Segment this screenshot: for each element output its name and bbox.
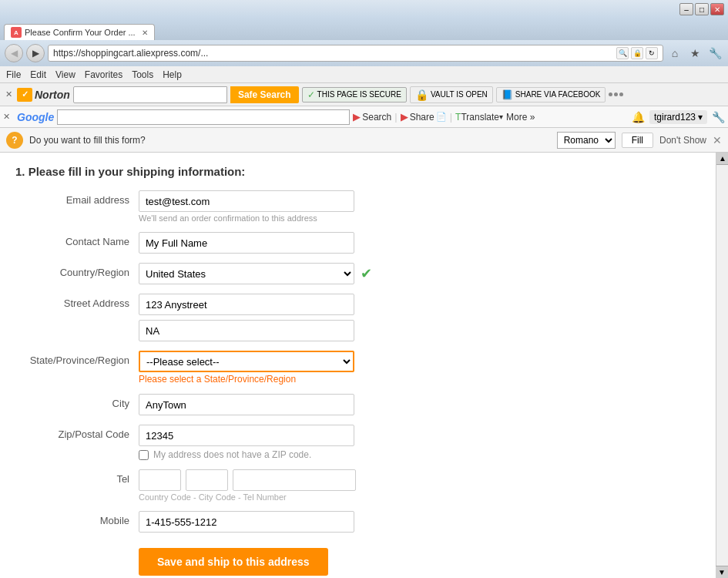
contact-name-label: Contact Name	[15, 232, 139, 247]
star-button[interactable]: ★	[686, 45, 703, 62]
norton-close-button[interactable]: ✕	[3, 89, 14, 99]
norton-share[interactable]: 📘 SHARE VIA FACEBOOK	[496, 87, 606, 102]
google-username: tgirard123	[654, 112, 696, 123]
scroll-up-button[interactable]: ▲	[716, 153, 728, 165]
notification-bell-icon[interactable]: 🔔	[632, 111, 645, 123]
save-label-spacer	[15, 542, 139, 546]
menu-favorites[interactable]: Favorites	[85, 69, 122, 80]
active-tab[interactable]: A Please Confirm Your Order ... ✕	[4, 24, 155, 40]
forward-button[interactable]: ▶	[26, 44, 45, 62]
menu-file[interactable]: File	[6, 69, 21, 80]
street-address-input[interactable]	[139, 294, 354, 315]
autofill-fill-button[interactable]: Fill	[622, 133, 653, 148]
scroll-bar[interactable]: ▲ ▼	[716, 153, 728, 578]
main-content: 1. Please fill in your shipping informat…	[0, 153, 728, 578]
home-button[interactable]: ⌂	[666, 45, 683, 62]
google-search-input[interactable]	[57, 109, 350, 125]
google-right-section: 🔔 tgirard123 ▾ 🔧	[632, 110, 725, 124]
google-share-button[interactable]: ▶ Share 📄	[401, 111, 447, 123]
email-label: Email address	[15, 190, 139, 206]
restore-button[interactable]: □	[695, 3, 709, 15]
tel-field-group: Country Code - City Code - Tel Number	[139, 469, 700, 502]
email-input[interactable]	[139, 190, 354, 212]
tel-inputs-row	[139, 469, 700, 491]
state-row: State/Province/Region --Please select-- …	[15, 351, 700, 385]
norton-safe-search-button[interactable]: Safe Search	[230, 86, 299, 103]
country-select[interactable]: United States Canada United Kingdom Aust…	[139, 263, 354, 284]
window-controls: – □ ✕	[679, 3, 724, 15]
norton-share-text: SHARE VIA FACEBOOK	[515, 90, 601, 99]
mobile-input[interactable]	[139, 511, 354, 533]
norton-vault-text: VAULT IS OPEN	[431, 90, 488, 99]
minimize-button[interactable]: –	[679, 3, 693, 15]
google-close-button[interactable]: ✕	[3, 112, 14, 122]
state-select[interactable]: --Please select-- Alabama California New…	[139, 351, 354, 372]
autofill-close-button[interactable]: ✕	[713, 134, 722, 146]
norton-logo: ✓ Norton	[17, 88, 70, 102]
mobile-field-group	[139, 511, 700, 533]
state-label: State/Province/Region	[15, 351, 139, 366]
menu-edit[interactable]: Edit	[30, 69, 46, 80]
autofill-icon: ?	[6, 132, 23, 149]
name-row: Contact Name	[15, 232, 700, 254]
country-verified-icon: ✔	[361, 265, 372, 282]
zip-label: Zip/Postal Code	[15, 425, 139, 440]
back-button[interactable]: ◀	[5, 44, 23, 62]
country-select-row: United States Canada United Kingdom Aust…	[139, 263, 700, 284]
contact-name-input[interactable]	[139, 232, 354, 254]
google-more-button[interactable]: More »	[506, 112, 535, 123]
save-and-ship-button[interactable]: Save and ship to this address	[139, 548, 328, 576]
norton-secure-text: THIS PAGE IS SECURE	[317, 90, 401, 99]
tel-number-input[interactable]	[233, 469, 356, 491]
street-label: Street Address	[15, 294, 139, 309]
lock-icon: 🔒	[631, 47, 643, 59]
zip-row: Zip/Postal Code My address does not have…	[15, 425, 700, 460]
street-row: Street Address	[15, 294, 700, 341]
autofill-profile-select[interactable]: Romano	[557, 132, 616, 149]
state-error-message: Please select a State/Province/Region	[139, 374, 700, 385]
city-input[interactable]	[139, 394, 354, 415]
google-translate-button[interactable]: T Translate ▾	[455, 112, 503, 123]
country-label: Country/Region	[15, 263, 139, 278]
google-wrench-icon[interactable]: 🔧	[712, 111, 725, 123]
separator-2: |	[450, 111, 452, 123]
menu-tools[interactable]: Tools	[132, 69, 153, 80]
mobile-row: Mobile	[15, 511, 700, 533]
browser-icons-right: ⌂ ★ 🔧	[666, 45, 723, 62]
norton-vault: 🔒 VAULT IS OPEN	[410, 86, 493, 103]
no-zip-label: My address does not have a ZIP code.	[153, 449, 311, 460]
autofill-dontshow-button[interactable]: Don't Show	[659, 135, 706, 146]
tab-favicon: A	[11, 27, 22, 38]
menu-view[interactable]: View	[55, 69, 75, 80]
dot-3	[619, 92, 623, 96]
zip-input[interactable]	[139, 425, 354, 446]
country-row: Country/Region United States Canada Unit…	[15, 263, 700, 284]
autofill-prompt: Do you want to fill this form?	[29, 135, 551, 146]
scroll-down-button[interactable]: ▼	[716, 566, 728, 578]
google-search-button[interactable]: ▶ Search	[353, 111, 391, 123]
google-user-menu[interactable]: tgirard123 ▾	[649, 110, 707, 124]
no-zip-checkbox[interactable]	[139, 450, 149, 460]
city-field-group	[139, 394, 700, 415]
url-bar[interactable]: https://shoppingcart.aliexpress.com/... …	[48, 45, 663, 62]
tel-city-code-input[interactable]	[186, 469, 228, 491]
menu-help[interactable]: Help	[163, 69, 182, 80]
close-button[interactable]: ✕	[710, 3, 724, 15]
google-share-label: Share	[410, 112, 434, 123]
street-field-group	[139, 294, 700, 341]
tab-close-button[interactable]: ✕	[142, 29, 148, 37]
zip-field-group: My address does not have a ZIP code.	[139, 425, 700, 460]
refresh-icon[interactable]: ↻	[646, 47, 658, 59]
tel-country-code-input[interactable]	[139, 469, 181, 491]
norton-more-dots[interactable]	[609, 92, 623, 96]
google-translate-label: Translate	[461, 112, 499, 123]
form-container: 1. Please fill in your shipping informat…	[0, 153, 728, 578]
street-address2-input[interactable]	[139, 320, 354, 341]
wrench-button[interactable]: 🔧	[706, 45, 723, 62]
tab-bar: A Please Confirm Your Order ... ✕	[0, 18, 728, 40]
city-label: City	[15, 394, 139, 409]
google-logo: Google	[17, 111, 54, 123]
norton-search-input[interactable]	[73, 86, 227, 103]
menu-bar: File Edit View Favorites Tools Help	[0, 66, 728, 83]
zip-checkbox-row: My address does not have a ZIP code.	[139, 449, 700, 460]
